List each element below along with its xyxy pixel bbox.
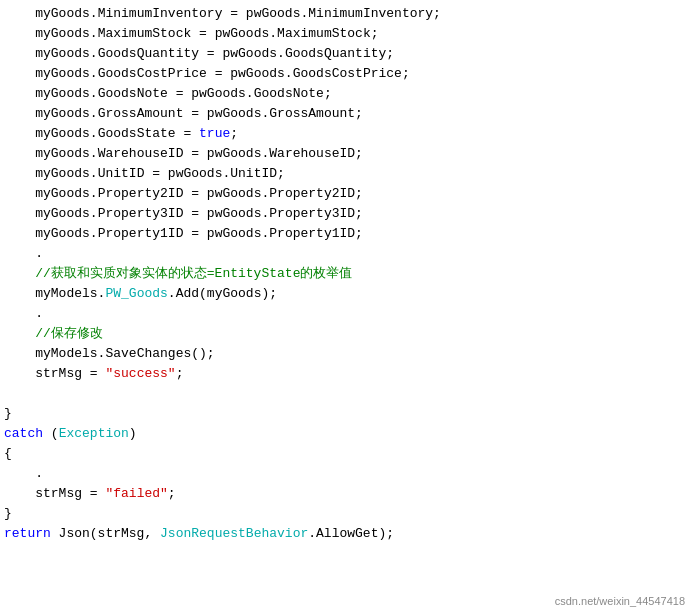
token: (: [43, 426, 59, 441]
code-line: myGoods.GoodsQuantity = pwGoods.GoodsQua…: [0, 44, 689, 64]
token: .AllowGet);: [308, 526, 394, 541]
code-line: myGoods.MinimumInventory = pwGoods.Minim…: [0, 4, 689, 24]
token: .: [4, 246, 43, 261]
token: JsonRequestBehavior: [160, 526, 308, 541]
token: ;: [355, 226, 363, 241]
token: true: [199, 126, 230, 141]
token: Exception: [59, 426, 129, 441]
line-content: strMsg = "failed";: [4, 484, 685, 504]
code-line: myGoods.GrossAmount = pwGoods.GrossAmoun…: [0, 104, 689, 124]
token: myGoods.: [4, 226, 98, 241]
token: .Add(myGoods);: [168, 286, 277, 301]
token: MinimumInventory: [98, 6, 223, 21]
code-line: myModels.SaveChanges();: [0, 344, 689, 364]
token: GoodsState: [98, 126, 176, 141]
code-line: [0, 384, 689, 404]
line-content: myGoods.GoodsCostPrice = pwGoods.GoodsCo…: [4, 64, 685, 84]
code-container: myGoods.MinimumInventory = pwGoods.Minim…: [0, 0, 689, 609]
token: ;: [433, 6, 441, 21]
token: myGoods.: [4, 206, 98, 221]
code-line: myGoods.MaximumStock = pwGoods.MaximumSt…: [0, 24, 689, 44]
token: = pwGoods.: [144, 166, 230, 181]
token: myGoods.: [4, 186, 98, 201]
token: = pwGoods.: [191, 26, 277, 41]
line-content: catch (Exception): [4, 424, 685, 444]
token: myGoods.: [4, 26, 98, 41]
line-content: {: [4, 444, 685, 464]
token: GoodsQuantity: [98, 46, 199, 61]
token: = pwGoods.: [183, 106, 269, 121]
line-content: .: [4, 464, 685, 484]
code-line: myGoods.Property1ID = pwGoods.Property1I…: [0, 224, 689, 244]
token: //: [4, 266, 51, 281]
code-line: myGoods.GoodsCostPrice = pwGoods.GoodsCo…: [0, 64, 689, 84]
line-content: .: [4, 304, 685, 324]
token: ;: [402, 66, 410, 81]
code-line: .: [0, 464, 689, 484]
line-content: myGoods.GoodsNote = pwGoods.GoodsNote;: [4, 84, 685, 104]
line-content: return Json(strMsg, JsonRequestBehavior.…: [4, 524, 685, 544]
token: UnitID: [98, 166, 145, 181]
token: =: [176, 126, 199, 141]
token: strMsg =: [4, 486, 105, 501]
token: }: [4, 406, 12, 421]
line-content: myModels.PW_Goods.Add(myGoods);: [4, 284, 685, 304]
token: return: [4, 526, 59, 541]
watermark: csdn.net/weixin_44547418: [555, 595, 685, 607]
token: myGoods.: [4, 126, 98, 141]
token: myModels.: [4, 286, 105, 301]
token: Property3ID: [269, 206, 355, 221]
token: myGoods.: [4, 86, 98, 101]
token: catch: [4, 426, 43, 441]
token: ;: [355, 106, 363, 121]
token: GoodsNote: [98, 86, 168, 101]
token: myGoods.: [4, 46, 98, 61]
line-content: strMsg = "success";: [4, 364, 685, 384]
code-line: strMsg = "success";: [0, 364, 689, 384]
token: myGoods.: [4, 106, 98, 121]
line-content: myGoods.Property1ID = pwGoods.Property1I…: [4, 224, 685, 244]
token: Property1ID: [269, 226, 355, 241]
token: strMsg =: [4, 366, 105, 381]
token: .: [4, 306, 43, 321]
token: = pwGoods.: [199, 46, 285, 61]
token: = pwGoods.: [183, 146, 269, 161]
code-line: myGoods.UnitID = pwGoods.UnitID;: [0, 164, 689, 184]
line-content: myGoods.Property3ID = pwGoods.Property3I…: [4, 204, 685, 224]
line-content: myGoods.GoodsState = true;: [4, 124, 685, 144]
token: myGoods.: [4, 6, 98, 21]
token: myGoods.: [4, 146, 98, 161]
token: ;: [176, 366, 184, 381]
line-content: [4, 384, 685, 404]
token: = pwGoods.: [183, 186, 269, 201]
code-line: }: [0, 404, 689, 424]
line-content: }: [4, 504, 685, 524]
line-content: //获取和实质对象实体的状态=EntityState的枚举值: [4, 264, 685, 284]
line-content: myGoods.GrossAmount = pwGoods.GrossAmoun…: [4, 104, 685, 124]
token: = pwGoods.: [222, 6, 308, 21]
token: }: [4, 506, 12, 521]
token: ;: [371, 26, 379, 41]
line-content: .: [4, 244, 685, 264]
code-line: .: [0, 304, 689, 324]
token: myGoods.: [4, 166, 98, 181]
code-line: {: [0, 444, 689, 464]
token: UnitID: [230, 166, 277, 181]
code-line: //获取和实质对象实体的状态=EntityState的枚举值: [0, 264, 689, 284]
line-content: myGoods.WarehouseID = pwGoods.WarehouseI…: [4, 144, 685, 164]
code-line: myGoods.GoodsState = true;: [0, 124, 689, 144]
token: GoodsCostPrice: [98, 66, 207, 81]
token: GoodsQuantity: [285, 46, 386, 61]
token: 保存修改: [51, 326, 103, 341]
line-content: //保存修改: [4, 324, 685, 344]
token: = pwGoods.: [183, 226, 269, 241]
token: 获取和实质对象实体的状态=EntityState的枚举值: [51, 266, 353, 281]
token: GrossAmount: [269, 106, 355, 121]
token: myGoods.: [4, 66, 98, 81]
token: GrossAmount: [98, 106, 184, 121]
code-line: myGoods.Property3ID = pwGoods.Property3I…: [0, 204, 689, 224]
token: = pwGoods.: [183, 206, 269, 221]
line-content: myGoods.MaximumStock = pwGoods.MaximumSt…: [4, 24, 685, 44]
line-content: }: [4, 404, 685, 424]
token: Json(strMsg,: [59, 526, 160, 541]
